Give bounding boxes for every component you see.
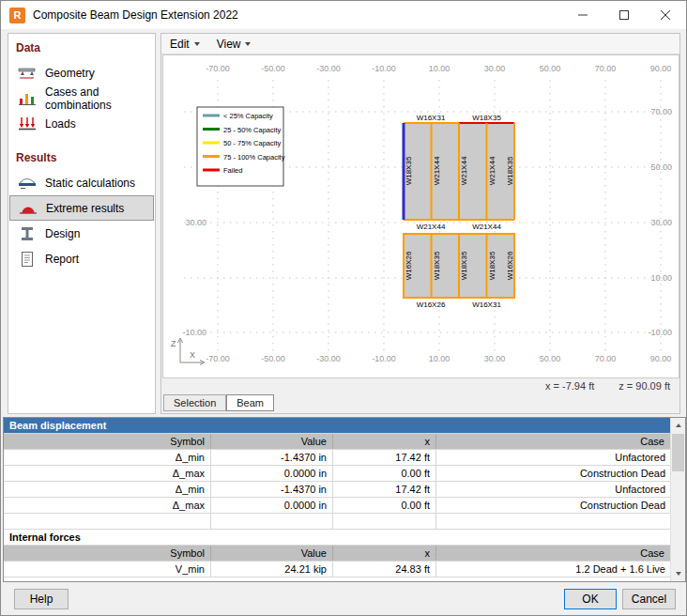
view-tabs: Selection Beam xyxy=(163,394,274,411)
cell-case: 1.2 Dead + 1.6 Live xyxy=(436,562,671,577)
table-row[interactable]: Δ_min -1.4370 in 17.42 ft Unfactored xyxy=(4,482,671,498)
scroll-up-button[interactable] xyxy=(671,418,685,433)
sidebar-item-loads[interactable]: Loads xyxy=(9,111,154,136)
ruler-label: -10.00 xyxy=(372,354,396,363)
dropdown-arrow-icon xyxy=(194,42,200,46)
app-icon: R xyxy=(9,8,25,23)
static-calculations-icon xyxy=(18,176,37,191)
ruler-label: 70.00 xyxy=(595,64,617,73)
section-row-beam-displacement: Beam displacement xyxy=(4,418,671,434)
close-button[interactable] xyxy=(645,1,686,29)
axis-labels: Z X xyxy=(171,339,195,360)
ruler-label: 70.00 xyxy=(595,354,617,363)
menu-edit[interactable]: Edit xyxy=(161,35,208,54)
minimize-button[interactable] xyxy=(562,1,603,29)
loads-icon xyxy=(18,116,37,131)
structure-canvas[interactable]: -70.00 -50.00 -30.00 -10.00 10.00 30.00 … xyxy=(162,54,679,378)
legend-label: < 25% Capacity xyxy=(223,112,273,120)
cell-case: Construction Dead xyxy=(436,498,671,513)
section-title: Beam displacement xyxy=(4,418,671,433)
table-scrollbar[interactable] xyxy=(670,418,685,581)
column-header-symbol: Symbol xyxy=(4,546,211,561)
tab-beam[interactable]: Beam xyxy=(226,394,274,411)
ruler-label: -70.00 xyxy=(206,64,230,73)
sidebar-item-design[interactable]: Design xyxy=(9,221,154,246)
menu-view[interactable]: View xyxy=(208,35,260,54)
ruler-label: 70.00 xyxy=(650,107,672,116)
tab-selection[interactable]: Selection xyxy=(163,394,226,411)
sidebar-section-data: Data xyxy=(8,34,155,60)
results-table: Beam displacement Symbol Value x Case Δ_… xyxy=(3,417,686,582)
scroll-thumb[interactable] xyxy=(672,434,684,471)
cancel-button[interactable]: Cancel xyxy=(622,589,676,609)
table-header-row: Symbol Value x Case xyxy=(4,434,671,450)
beam-label: W16X26 xyxy=(405,251,413,280)
ruler-label: -50.00 xyxy=(261,64,285,73)
ruler-label: 50.00 xyxy=(650,162,672,172)
capacity-legend: < 25% Capacity 25 - 50% Capacity 50 - 75… xyxy=(197,107,285,186)
sidebar-item-label: Static calculations xyxy=(45,177,135,190)
maximize-button[interactable] xyxy=(603,1,645,29)
cell-case: Unfactored xyxy=(436,482,671,497)
cell-case: Unfactored xyxy=(436,450,671,465)
sidebar-item-label: Geometry xyxy=(45,67,95,80)
column-header-x: x xyxy=(333,434,436,449)
beam-label: W18X35 xyxy=(472,114,501,122)
window-title: Composite Beam Design Extension 2022 xyxy=(33,8,238,22)
cursor-z-coordinate: z = 90.09 ft xyxy=(618,380,670,392)
window-controls xyxy=(562,1,686,29)
cell-symbol: Δ_max xyxy=(4,498,211,513)
ruler-label: 10.00 xyxy=(650,273,672,283)
ruler-label: -30.00 xyxy=(316,354,341,363)
beam-label: W16X31 xyxy=(417,114,446,122)
sidebar-item-geometry[interactable]: Geometry xyxy=(9,60,154,85)
table-row-empty xyxy=(4,514,671,530)
cell-empty xyxy=(4,514,211,529)
table-row[interactable]: Δ_min -1.4370 in 17.42 ft Unfactored xyxy=(4,450,671,466)
column-header-case: Case xyxy=(436,546,671,561)
sidebar-item-label: Cases and combinations xyxy=(45,85,154,112)
results-grid: Beam displacement Symbol Value x Case Δ_… xyxy=(4,418,671,578)
title-bar: R Composite Beam Design Extension 2022 xyxy=(1,1,686,29)
legend-label: 75 - 100% Capacity xyxy=(223,153,285,162)
scroll-down-icon xyxy=(676,572,681,576)
menu-bar: Edit View xyxy=(161,34,679,54)
table-row[interactable]: Δ_max 0.0000 in 0.00 ft Construction Dea… xyxy=(4,498,671,514)
legend-label: 25 - 50% Capacity xyxy=(223,126,282,134)
ruler-label: -10.00 xyxy=(648,328,672,337)
sidebar-item-label: Report xyxy=(45,253,79,266)
column-header-case: Case xyxy=(436,434,671,449)
cell-x: 17.42 ft xyxy=(333,482,436,497)
beam-label: W18X35 xyxy=(488,251,496,280)
ruler-label: -10.00 xyxy=(372,64,396,73)
sidebar-item-cases-and-combinations[interactable]: Cases and combinations xyxy=(9,85,154,111)
ruler-label: 30.00 xyxy=(185,218,206,227)
sidebar-item-report[interactable]: Report xyxy=(9,246,154,271)
ruler-label: 50.00 xyxy=(540,354,561,363)
cell-value: -1.4370 in xyxy=(211,482,333,497)
canvas-svg[interactable]: -70.00 -50.00 -30.00 -10.00 10.00 30.00 … xyxy=(163,55,679,377)
table-row[interactable]: V_min 24.21 kip 24.83 ft 1.2 Dead + 1.6 … xyxy=(4,562,671,578)
cell-value: 0.0000 in xyxy=(211,498,333,513)
cell-x: 0.00 ft xyxy=(333,498,436,513)
geometry-icon xyxy=(18,66,37,81)
column-header-value: Value xyxy=(211,434,333,449)
help-button[interactable]: Help xyxy=(14,589,69,609)
dropdown-arrow-icon xyxy=(245,42,251,46)
legend-label: Failed xyxy=(223,166,242,175)
sidebar-item-static-calculations[interactable]: Static calculations xyxy=(9,170,154,195)
cell-value: 24.21 kip xyxy=(211,562,333,577)
cell-empty xyxy=(333,514,436,529)
section-row-internal-forces: Internal forces xyxy=(4,530,671,546)
table-row[interactable]: Δ_max 0.0000 in 0.00 ft Construction Dea… xyxy=(4,466,671,482)
cell-value: 0.0000 in xyxy=(211,466,333,481)
ok-button[interactable]: OK xyxy=(564,589,617,609)
beam-label: W21X44 xyxy=(488,156,496,185)
ruler-label: -30.00 xyxy=(316,64,341,73)
cell-symbol: Δ_min xyxy=(4,482,211,497)
scroll-down-button[interactable] xyxy=(671,566,685,581)
sidebar-item-extreme-results[interactable]: Extreme results xyxy=(9,195,154,221)
cell-x: 17.42 ft xyxy=(333,450,436,465)
cell-symbol: Δ_max xyxy=(4,466,211,481)
cell-empty xyxy=(211,514,333,529)
